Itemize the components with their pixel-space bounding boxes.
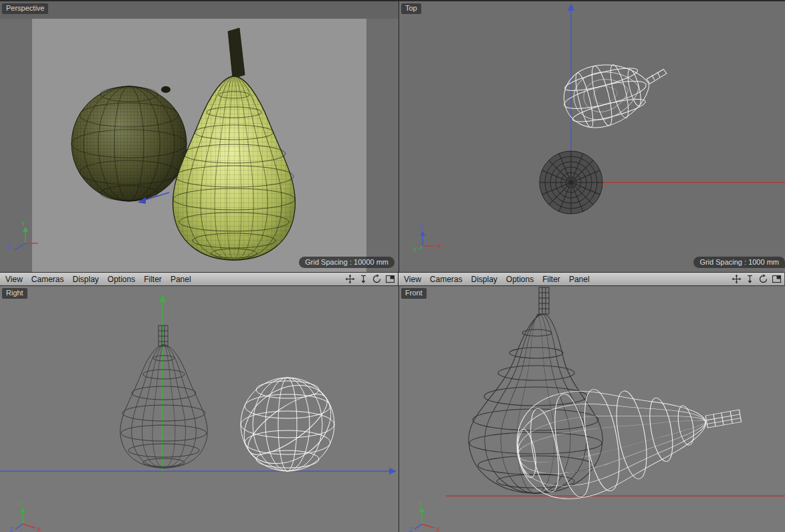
axis-label-y: Y xyxy=(21,221,25,227)
viewport-perspective[interactable]: Y Z Perspective Grid Spacing : 10000 mm xyxy=(0,1,399,272)
axis-label-x: X xyxy=(436,527,440,532)
top-viewport-row: Y Z Perspective Grid Spacing : 10000 mm xyxy=(0,1,785,272)
pan-camera-button[interactable] xyxy=(731,274,742,285)
viewport-top[interactable]: Z X Y Top Grid Spacing : 1000 mm xyxy=(399,1,785,272)
dolly-camera-button[interactable] xyxy=(358,274,369,285)
menu-item-cameras[interactable]: Cameras xyxy=(31,275,64,284)
viewport-label-perspective: Perspective xyxy=(2,3,48,14)
toggle-single-view-button[interactable] xyxy=(771,274,782,285)
sphere-object[interactable] xyxy=(540,151,602,214)
pan-camera-icon xyxy=(345,274,355,284)
backdrop-top xyxy=(0,1,399,19)
rotate-camera-icon xyxy=(758,274,768,284)
viewport-label-front: Front xyxy=(401,288,427,299)
axis-label-z: Z xyxy=(419,224,423,231)
toggle-single-view-icon xyxy=(772,274,782,284)
viewport-background xyxy=(399,1,785,272)
menu-item-display[interactable]: Display xyxy=(72,275,98,284)
bottom-viewport-row: Y Z X Right xyxy=(0,286,785,532)
front-canvas: Y Z X xyxy=(399,286,785,532)
viewport-menubar-left: View Cameras Display Options Filter Pane… xyxy=(0,272,399,286)
axis-label-z: Z xyxy=(7,243,11,250)
toggle-single-view-icon xyxy=(385,274,395,284)
viewport-label-right: Right xyxy=(2,288,27,299)
axis-label-x: X xyxy=(37,527,41,532)
pan-camera-icon xyxy=(732,274,742,284)
viewport-front[interactable]: Y Z X Front xyxy=(399,286,785,532)
grid-spacing-badge-perspective: Grid Spacing : 10000 mm xyxy=(299,257,395,268)
axis-label-z: Z xyxy=(409,527,413,532)
menu-item-view[interactable]: View xyxy=(404,275,421,284)
dolly-camera-icon xyxy=(358,274,368,284)
rotate-camera-icon xyxy=(372,274,382,284)
menu-item-filter[interactable]: Filter xyxy=(542,275,560,284)
menu-item-panel[interactable]: Panel xyxy=(569,275,590,284)
perspective-canvas: Y Z xyxy=(0,1,399,272)
menu-item-display[interactable]: Display xyxy=(471,275,497,284)
viewport-menubar-right: View Cameras Display Options Filter Pane… xyxy=(399,272,784,286)
axis-label-y: Y xyxy=(413,247,417,253)
viewport-right[interactable]: Y Z X Right xyxy=(0,286,399,532)
viewport-label-top: Top xyxy=(401,3,421,14)
menu-item-view[interactable]: View xyxy=(5,275,23,284)
sphere-object[interactable] xyxy=(72,86,187,201)
axis-label-y: Y xyxy=(418,501,423,507)
toggle-single-view-button[interactable] xyxy=(384,274,396,285)
menu-item-panel[interactable]: Panel xyxy=(171,275,191,284)
dolly-camera-button[interactable] xyxy=(744,274,756,285)
axis-label-z: Z xyxy=(9,527,13,532)
menu-item-cameras[interactable]: Cameras xyxy=(430,275,463,284)
menu-item-options[interactable]: Options xyxy=(506,275,534,284)
viewport-background xyxy=(399,286,785,532)
rotate-camera-button[interactable] xyxy=(758,274,769,285)
right-canvas: Y Z X xyxy=(0,286,399,532)
axis-label-x: X xyxy=(437,243,441,250)
menu-item-filter[interactable]: Filter xyxy=(144,275,162,284)
menu-item-options[interactable]: Options xyxy=(108,275,135,284)
top-canvas: Z X Y xyxy=(399,1,785,272)
pan-camera-button[interactable] xyxy=(344,274,356,285)
application-window: Y Z Perspective Grid Spacing : 10000 mm xyxy=(0,0,785,532)
viewport-menu-row: View Cameras Display Options Filter Pane… xyxy=(0,272,785,286)
dolly-camera-icon xyxy=(745,274,755,284)
rotate-camera-button[interactable] xyxy=(371,274,382,285)
axis-label-y: Y xyxy=(19,501,23,507)
grid-spacing-badge-top: Grid Spacing : 1000 mm xyxy=(693,257,785,268)
